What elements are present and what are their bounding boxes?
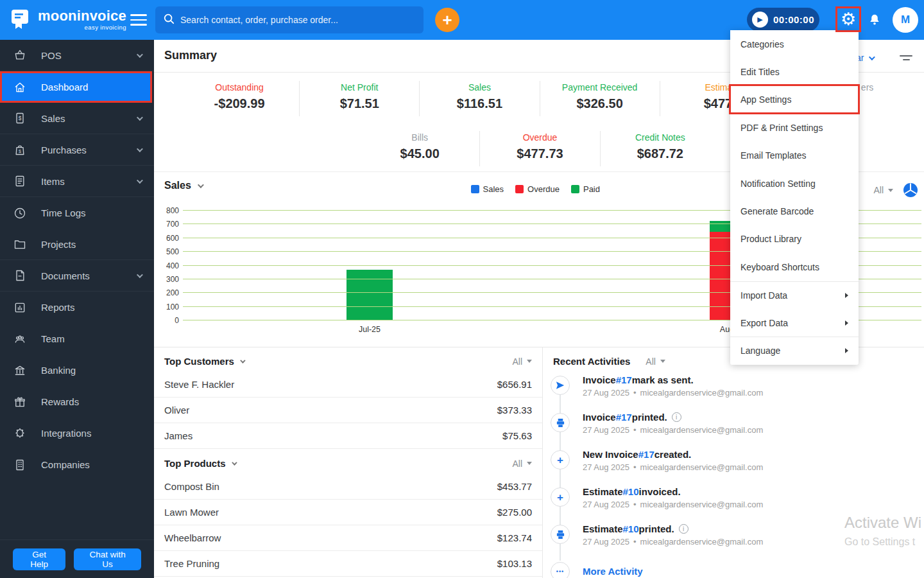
menu-item-product-library[interactable]: Product Library	[730, 225, 859, 253]
period-selector-partial[interactable]: ar	[856, 53, 873, 63]
logo[interactable]: mooninvoice easy invoicing	[9, 7, 126, 33]
menu-item-language[interactable]: Language	[730, 337, 859, 364]
user-avatar[interactable]: M	[893, 7, 918, 33]
chevron-down-icon	[137, 146, 143, 152]
sidebar-item-label: Items	[41, 176, 137, 187]
mooninvoice-logo-icon	[9, 7, 32, 33]
sidebar-item-projects[interactable]: Projects	[0, 229, 154, 260]
search-icon	[163, 13, 175, 27]
top-customers-title[interactable]: Top Customers	[164, 356, 244, 367]
recent-activities-all-filter[interactable]: All	[646, 356, 665, 367]
get-help-button[interactable]: Get Help	[13, 548, 65, 570]
time-tracker[interactable]: ▶ 00:00:00	[747, 8, 819, 31]
sidebar-item-label: Reports	[41, 302, 142, 313]
product-row[interactable]: Lawn Mower$275.00	[154, 500, 542, 525]
sidebar-item-companies[interactable]: Companies	[0, 449, 154, 480]
legend-paid: Paid	[571, 184, 600, 194]
activity-item: Estimate #10 printed.i 27 Aug 2025•micea…	[551, 523, 924, 561]
search-input[interactable]	[180, 15, 416, 25]
chevron-down-icon	[137, 272, 143, 278]
bank-icon	[13, 364, 27, 377]
menu-item-export-data[interactable]: Export Data	[730, 309, 859, 337]
sidebar-item-documents[interactable]: Documents	[0, 260, 154, 292]
menu-item-import-data[interactable]: Import Data	[730, 281, 859, 309]
sidebar-item-reports[interactable]: Reports	[0, 292, 154, 323]
document-icon	[13, 269, 27, 282]
sidebar-item-items[interactable]: Items	[0, 166, 154, 197]
home-icon	[13, 81, 27, 94]
sidebar-item-sales[interactable]: $ Sales	[0, 103, 154, 134]
caret-down-icon	[527, 462, 532, 465]
chart-all-filter[interactable]: All	[873, 185, 893, 195]
sidebar-item-dashboard[interactable]: Dashboard	[0, 71, 152, 103]
menu-item-keyboard-shortcuts[interactable]: Keyboard Shortcuts	[730, 253, 859, 281]
top-products-title[interactable]: Top Products	[164, 458, 235, 469]
sidebar-item-label: Companies	[41, 459, 142, 470]
summary-stats-row-2: Bills $45.00 Overdue $477.73 Credit Note…	[360, 131, 720, 166]
filter-icon[interactable]	[900, 55, 912, 63]
product-row[interactable]: Compost Bin$453.77	[154, 474, 542, 500]
menu-item-edit-titles[interactable]: Edit Titles	[730, 58, 859, 85]
chevron-down-icon	[198, 182, 204, 188]
svg-text:$: $	[19, 115, 22, 121]
settings-gear-icon[interactable]: ⚙	[838, 7, 859, 31]
customer-row[interactable]: James$75.63	[154, 423, 542, 449]
info-icon[interactable]: i	[679, 524, 689, 534]
sidebar-item-integrations[interactable]: Integrations	[0, 417, 154, 449]
top-products-all-filter[interactable]: All	[512, 459, 532, 469]
recent-activities-title: Recent Activities	[553, 356, 630, 367]
sidebar-item-label: Purchases	[41, 144, 137, 155]
notifications-bell-icon[interactable]	[868, 12, 882, 30]
sidebar-nav: POS Dashboard $ Sales $ Purchases Items …	[0, 40, 154, 578]
menu-item-categories[interactable]: Categories	[730, 30, 859, 58]
menu-item-pdf-print-settings[interactable]: PDF & Print Settings	[730, 114, 859, 141]
reports-chart-icon	[13, 301, 27, 314]
top-customers-all-filter[interactable]: All	[512, 356, 532, 367]
customer-row[interactable]: Oliver$373.33	[154, 398, 542, 423]
activity-item: Invoice #17 printed.i 27 Aug 2025•miceal…	[551, 412, 924, 449]
caret-down-icon	[527, 360, 532, 363]
pie-chart-toggle-icon[interactable]	[902, 182, 919, 201]
stat-payment-received: Payment Received $326.50	[540, 81, 660, 116]
stat-bills: Bills $45.00	[360, 131, 479, 166]
caret-down-icon	[660, 360, 665, 363]
global-search[interactable]	[155, 6, 424, 33]
menu-item-email-templates[interactable]: Email Templates	[730, 142, 859, 170]
more-activity-link[interactable]: More Activity	[583, 566, 643, 577]
sidebar-item-pos[interactable]: POS	[0, 40, 154, 71]
stat-overdue: Overdue $477.73	[479, 131, 599, 166]
send-icon	[551, 376, 570, 395]
menu-item-generate-barcode[interactable]: Generate Barcode	[730, 197, 859, 225]
sidebar-item-purchases[interactable]: $ Purchases	[0, 134, 154, 166]
product-row[interactable]: Tree Pruning$103.13	[154, 551, 542, 577]
sidebar-item-team[interactable]: Team	[0, 323, 154, 355]
sales-chart-title[interactable]: Sales	[164, 180, 202, 191]
plus-icon: +	[551, 450, 570, 469]
hamburger-menu-icon[interactable]	[130, 14, 147, 26]
sidebar-item-time-logs[interactable]: Time Logs	[0, 197, 154, 229]
legend-sales: Sales	[471, 184, 504, 194]
ellipsis-icon: •••	[551, 562, 570, 578]
caret-down-icon	[888, 189, 893, 192]
sidebar-item-label: Time Logs	[41, 207, 142, 218]
purchase-bag-icon: $	[13, 143, 27, 156]
chevron-down-icon	[869, 54, 875, 60]
basket-icon	[13, 49, 27, 62]
menu-item-notification-setting[interactable]: Notification Setting	[730, 170, 859, 197]
activity-item: Invoice #17 mark as sent. 27 Aug 2025•mi…	[551, 374, 924, 412]
printer-icon	[551, 413, 570, 432]
x-axis-label: Jul-25	[346, 325, 393, 334]
menu-item-app-settings[interactable]: App Settings	[730, 86, 859, 114]
info-icon[interactable]: i	[672, 412, 681, 422]
sidebar-item-rewards[interactable]: Rewards	[0, 386, 154, 417]
quick-add-button[interactable]: +	[435, 8, 459, 32]
customer-row[interactable]: Steve F. Hackler$656.91	[154, 372, 542, 398]
sidebar-item-label: POS	[41, 50, 137, 61]
sidebar-item-banking[interactable]: Banking	[0, 355, 154, 386]
recent-activities-panel: Recent Activities All Invoice #17 mark a…	[542, 347, 924, 578]
product-row[interactable]: Wheelbarrow$123.74	[154, 525, 542, 551]
logo-title: mooninvoice	[38, 9, 126, 23]
chat-with-us-button[interactable]: Chat with Us	[74, 548, 141, 570]
play-icon[interactable]: ▶	[752, 12, 768, 28]
chevron-down-icon	[137, 177, 143, 184]
